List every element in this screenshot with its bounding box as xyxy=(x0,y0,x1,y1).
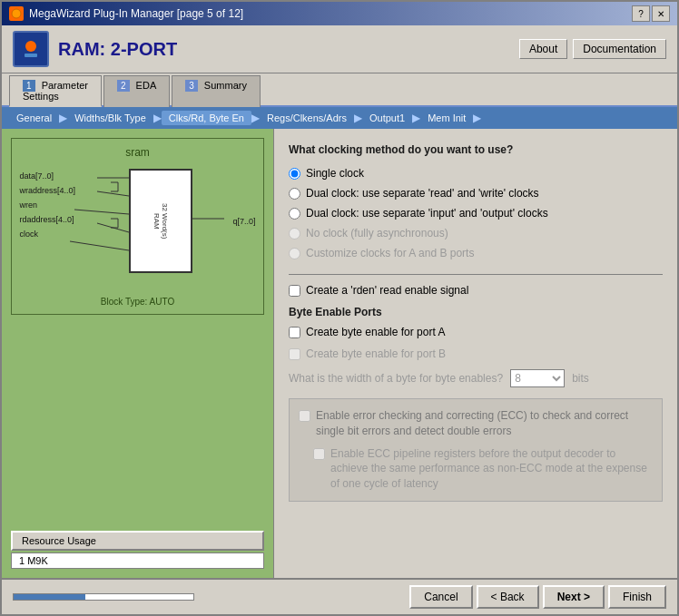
svg-line-5 xyxy=(97,191,129,196)
byte-width-row: What is the width of a byte for byte ena… xyxy=(289,369,663,387)
radio-dual-rw-label: Dual clock: use separate 'read' and 'wri… xyxy=(306,187,539,200)
bits-label: bits xyxy=(572,372,589,385)
breadcrumb-meminit[interactable]: Mem Init xyxy=(420,111,473,125)
ecc-section: Enable error checking and correcting (EC… xyxy=(289,398,663,502)
breadcrumb-clks[interactable]: Clks/Rd, Byte En xyxy=(162,111,251,125)
ecc-main-item: Enable error checking and correcting (EC… xyxy=(299,408,653,439)
breadcrumb-arrow-4: ▶ xyxy=(354,112,362,124)
breadcrumb-arrow-6: ▶ xyxy=(473,112,481,124)
byte-enable-portb-item: Create byte enable for port B xyxy=(289,347,663,360)
bottom-left xyxy=(13,593,194,601)
breadcrumb-arrow-3: ▶ xyxy=(251,112,260,124)
radio-no-clock: No clock (fully asynchronous) xyxy=(289,227,663,240)
rden-label: Create a 'rden' read enable signal xyxy=(306,284,468,297)
radio-single-label: Single clock xyxy=(306,167,364,180)
right-panel: What clocking method do you want to use?… xyxy=(274,129,677,578)
ecc-pipeline-item: Enable ECC pipeline registers before the… xyxy=(299,446,653,492)
title-bar: MegaWizard Plug-In Manager [page 5 of 12… xyxy=(2,2,677,25)
left-panel: sram data[7..0] wraddress[4..0] wren rda… xyxy=(2,129,274,578)
tab-2-label: EDA xyxy=(136,80,157,91)
connection-lines xyxy=(20,164,256,291)
back-button[interactable]: < Back xyxy=(477,585,539,609)
clocking-question: What clocking method do you want to use? xyxy=(289,143,663,156)
byte-enable-porta-label: Create byte enable for port A xyxy=(306,326,445,338)
progress-bar xyxy=(13,593,194,601)
header-buttons: About Documentation xyxy=(519,39,666,59)
resource-value: 1 M9K xyxy=(11,552,264,569)
byte-enable-header: Byte Enable Ports xyxy=(289,306,663,318)
breadcrumb-output1[interactable]: Output1 xyxy=(362,111,412,125)
rden-checkbox[interactable] xyxy=(289,285,300,297)
ecc-pipeline-checkbox xyxy=(313,448,325,460)
byte-width-label: What is the width of a byte for byte ena… xyxy=(289,372,503,385)
tab-summary[interactable]: 3 Summary xyxy=(172,75,261,107)
next-button[interactable]: Next > xyxy=(543,585,605,609)
main-content: sram data[7..0] wraddress[4..0] wren rda… xyxy=(2,129,677,578)
byte-enable-porta-checkbox[interactable] xyxy=(289,327,300,338)
ecc-checkbox xyxy=(299,410,310,422)
tabs-area: 1 ParameterSettings 2 EDA 3 Summary xyxy=(2,73,677,107)
byte-enable-porta-item[interactable]: Create byte enable for port A xyxy=(289,326,663,338)
breadcrumb-area: General ▶ Widths/Blk Type ▶ Clks/Rd, Byt… xyxy=(2,107,677,129)
ecc-pipeline-label: Enable ECC pipeline registers before the… xyxy=(330,446,653,492)
svg-line-8 xyxy=(70,241,129,250)
app-icon xyxy=(9,6,24,21)
breadcrumb-widths[interactable]: Widths/Blk Type xyxy=(67,111,153,125)
separator-1 xyxy=(289,274,663,275)
radio-customize-label: Customize clocks for A and B ports xyxy=(306,247,474,259)
window-title: MegaWizard Plug-In Manager [page 5 of 12… xyxy=(29,7,243,20)
radio-dual-rw[interactable]: Dual clock: use separate 'read' and 'wri… xyxy=(289,187,663,200)
breadcrumb-general[interactable]: General xyxy=(9,111,59,125)
progress-fill xyxy=(14,594,85,600)
rden-checkbox-item[interactable]: Create a 'rden' read enable signal xyxy=(289,284,663,297)
radio-customize: Customize clocks for A and B ports xyxy=(289,247,663,259)
close-button[interactable]: ✕ xyxy=(652,5,670,22)
byte-enable-section: Byte Enable Ports Create byte enable for… xyxy=(289,306,663,387)
app-title: RAM: 2-PORT xyxy=(58,39,177,60)
svg-line-6 xyxy=(74,210,129,214)
resource-usage-button[interactable]: Resource Usage xyxy=(11,531,264,551)
sram-diagram: sram data[7..0] wraddress[4..0] wren rda… xyxy=(11,138,264,315)
breadcrumb-arrow-2: ▶ xyxy=(153,112,162,124)
port-q: q[7..0] xyxy=(232,217,255,226)
tab-2-num: 2 xyxy=(117,80,130,92)
svg-rect-3 xyxy=(25,54,37,57)
header-area: RAM: 2-PORT About Documentation xyxy=(2,25,677,73)
resource-usage-section: Resource Usage 1 M9K xyxy=(11,531,264,569)
svg-point-2 xyxy=(25,41,36,52)
cancel-button[interactable]: Cancel xyxy=(409,585,472,609)
finish-button[interactable]: Finish xyxy=(608,585,666,609)
clock-radio-group: Single clock Dual clock: use separate 'r… xyxy=(289,167,663,259)
breadcrumb-arrow-1: ▶ xyxy=(59,112,67,124)
byte-width-select[interactable]: 8 4 2 xyxy=(510,369,565,387)
byte-enable-portb-label: Create byte enable for port B xyxy=(306,347,446,360)
help-button[interactable]: ? xyxy=(632,5,650,22)
logo-icon xyxy=(13,31,49,67)
radio-no-clock-label: No clock (fully asynchronous) xyxy=(306,227,448,240)
breadcrumb-regs[interactable]: Regs/Clkens/Adrs xyxy=(260,111,354,125)
about-button[interactable]: About xyxy=(519,39,567,59)
block-type: Block Type: AUTO xyxy=(19,297,256,307)
tab-3-label: Summary xyxy=(204,80,247,91)
ecc-label: Enable error checking and correcting (EC… xyxy=(316,408,653,439)
bottom-buttons: Cancel < Back Next > Finish xyxy=(409,585,666,609)
app-logo: RAM: 2-PORT xyxy=(13,31,177,67)
svg-point-0 xyxy=(12,9,21,18)
tab-3-num: 3 xyxy=(185,80,198,92)
bottom-bar: Cancel < Back Next > Finish xyxy=(2,578,677,614)
radio-dual-io-label: Dual clock: use separate 'input' and 'ou… xyxy=(306,207,548,220)
tab-eda[interactable]: 2 EDA xyxy=(103,75,170,107)
documentation-button[interactable]: Documentation xyxy=(573,39,666,59)
tab-parameter-settings[interactable]: 1 ParameterSettings xyxy=(9,75,102,107)
breadcrumb-arrow-5: ▶ xyxy=(412,112,420,124)
radio-dual-io[interactable]: Dual clock: use separate 'input' and 'ou… xyxy=(289,207,663,220)
sram-title: sram xyxy=(19,146,256,159)
radio-single-clock[interactable]: Single clock xyxy=(289,167,663,180)
byte-enable-portb-checkbox xyxy=(289,348,300,360)
